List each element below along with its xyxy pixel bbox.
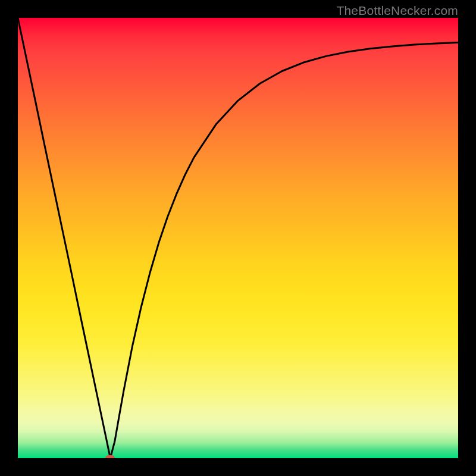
chart-frame: { "watermark": "TheBottleNecker.com", "c… bbox=[0, 0, 476, 476]
bottleneck-curve bbox=[18, 18, 458, 458]
curve-layer bbox=[18, 18, 458, 458]
optimum-marker bbox=[105, 455, 115, 459]
watermark-text: TheBottleNecker.com bbox=[336, 4, 458, 18]
plot-area bbox=[18, 18, 458, 458]
